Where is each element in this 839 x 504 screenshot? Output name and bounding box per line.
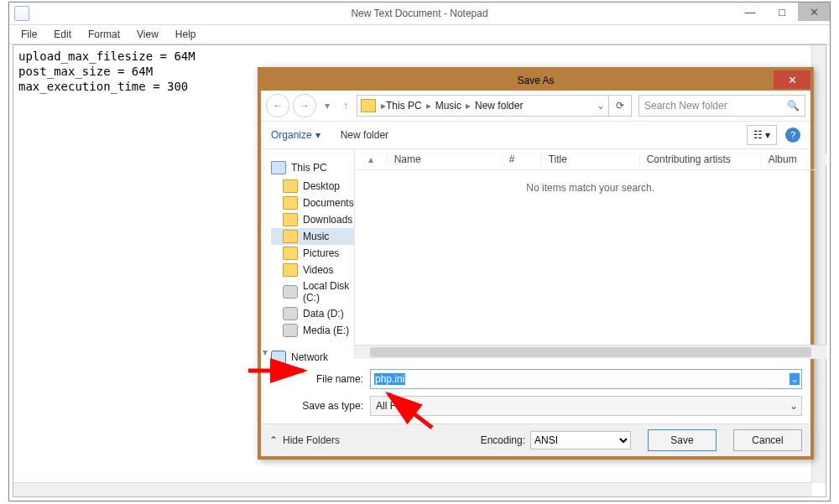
encoding-label: Encoding: <box>481 434 525 446</box>
notepad-menu: File Edit Format View Help <box>9 24 830 44</box>
nav-tree[interactable]: This PC DesktopDocumentsDownloadsMusicPi… <box>261 149 355 359</box>
tree-item-documents[interactable]: Documents <box>271 195 354 211</box>
menu-help[interactable]: Help <box>169 27 203 42</box>
menu-view[interactable]: View <box>130 27 165 42</box>
horizontal-scrollbar[interactable] <box>13 482 812 496</box>
chevron-down-icon: ▾ <box>315 129 320 141</box>
search-placeholder: Search New folder <box>644 100 727 112</box>
back-button[interactable]: ← <box>266 94 289 117</box>
tree-item-data-d-[interactable]: Data (D:) <box>271 305 354 322</box>
file-list[interactable]: ▴ Name # Title Contributing artists Albu… <box>355 149 826 359</box>
up-button[interactable]: ↑ <box>338 95 353 117</box>
folder-icon <box>283 263 298 277</box>
crumb-newfolder[interactable]: New folder <box>475 100 523 112</box>
sort-indicator[interactable]: ▴ <box>355 153 388 165</box>
search-icon: 🔍 <box>787 100 800 112</box>
savetype-value: All Files <box>376 400 411 412</box>
tree-thispc[interactable]: This PC <box>291 162 327 174</box>
save-as-dialog: Save As ✕ ← → ▾ ↑ ▸ This PC▸ Music▸ New … <box>258 67 814 460</box>
tree-item-label: Music <box>303 231 329 242</box>
tree-item-label: Pictures <box>303 247 339 259</box>
folder-icon <box>283 179 298 193</box>
dialog-footer: ⌃ Hide Folders Encoding: ANSI Save Cance… <box>261 423 810 456</box>
folder-icon <box>283 196 298 210</box>
savetype-dropdown-icon[interactable]: ⌄ <box>789 400 798 412</box>
explorer-main: This PC DesktopDocumentsDownloadsMusicPi… <box>261 149 810 359</box>
crumb-music[interactable]: Music <box>435 100 461 112</box>
view-options-button[interactable]: ☷ ▾ <box>747 125 777 145</box>
disk-icon <box>283 285 298 299</box>
savetype-combo[interactable]: All Files ⌄ <box>370 396 802 416</box>
folder-icon <box>283 247 298 260</box>
recent-locations-button[interactable]: ▾ <box>320 95 335 117</box>
filename-label: File name: <box>300 373 363 385</box>
empty-message: No items match your search. <box>355 182 826 194</box>
col-title[interactable]: Title <box>542 153 640 165</box>
folder-icon <box>283 230 298 243</box>
cancel-button[interactable]: Cancel <box>733 429 802 451</box>
disk-icon <box>283 307 298 320</box>
disk-icon <box>283 324 298 337</box>
minimize-button[interactable]: — <box>734 3 766 21</box>
hide-folders-button[interactable]: ⌃ Hide Folders <box>269 434 340 446</box>
maximize-button[interactable]: □ <box>766 3 798 21</box>
filename-value: php.ini <box>374 373 405 385</box>
savetype-label: Save as type: <box>300 400 363 412</box>
dialog-title: Save As <box>261 75 810 86</box>
menu-file[interactable]: File <box>14 27 44 42</box>
menu-edit[interactable]: Edit <box>47 27 78 42</box>
address-bar[interactable]: ▸ This PC▸ Music▸ New folder ⌄ <box>357 95 609 117</box>
filename-input[interactable]: php.ini ⌄ <box>370 369 802 389</box>
tree-item-pictures[interactable]: Pictures <box>271 245 354 262</box>
col-album[interactable]: Album <box>762 153 826 165</box>
col-name[interactable]: Name <box>388 153 503 165</box>
save-fields: File name: php.ini ⌄ Save as type: All F… <box>261 362 810 424</box>
organize-button[interactable]: Organize▾ <box>271 129 320 141</box>
dialog-close-button[interactable]: ✕ <box>774 70 810 89</box>
help-button[interactable]: ? <box>785 127 800 143</box>
dialog-titlebar[interactable]: Save As ✕ <box>261 70 810 91</box>
col-num[interactable]: # <box>503 153 542 165</box>
tree-item-label: Media (E:) <box>303 325 349 336</box>
chevron-up-icon: ⌃ <box>269 434 278 446</box>
toolbar: Organize▾ New folder ☷ ▾ ? <box>261 122 810 149</box>
tree-item-videos[interactable]: Videos <box>271 262 354 278</box>
encoding-select[interactable]: ANSI <box>530 431 631 449</box>
tree-item-downloads[interactable]: Downloads <box>271 211 354 228</box>
search-box[interactable]: Search New folder 🔍 <box>638 95 805 117</box>
folder-icon <box>283 213 298 226</box>
column-headers[interactable]: ▴ Name # Title Contributing artists Albu… <box>355 149 826 170</box>
notepad-titlebar[interactable]: New Text Document - Notepad — □ ✕ <box>9 3 830 24</box>
folder-icon <box>361 99 376 112</box>
tree-item-music[interactable]: Music <box>271 228 354 245</box>
filename-dropdown-icon[interactable]: ⌄ <box>789 373 800 385</box>
tree-item-label: Data (D:) <box>303 308 344 320</box>
tree-item-label: Local Disk (C:) <box>303 280 354 304</box>
notepad-title: New Text Document - Notepad <box>9 8 830 19</box>
menu-format[interactable]: Format <box>81 27 127 42</box>
close-button[interactable]: ✕ <box>798 3 830 21</box>
col-artists[interactable]: Contributing artists <box>640 153 762 165</box>
tree-item-label: Videos <box>303 264 333 276</box>
tree-item-label: Downloads <box>303 214 352 226</box>
crumb-thispc[interactable]: This PC <box>386 100 422 112</box>
tree-item-desktop[interactable]: Desktop <box>271 178 354 195</box>
tree-item-label: Desktop <box>303 180 340 192</box>
list-scrollbar[interactable] <box>355 345 826 359</box>
pc-icon <box>271 161 286 174</box>
forward-button[interactable]: → <box>293 94 316 117</box>
tree-item-label: Documents <box>303 197 354 209</box>
refresh-button[interactable]: ⟳ <box>609 95 632 117</box>
nav-bar: ← → ▾ ↑ ▸ This PC▸ Music▸ New folder ⌄ ⟳… <box>261 91 810 122</box>
tree-item-media-e-[interactable]: Media (E:) <box>271 322 354 339</box>
new-folder-button[interactable]: New folder <box>341 129 388 141</box>
save-button[interactable]: Save <box>648 429 717 451</box>
tree-item-local-disk-c-[interactable]: Local Disk (C:) <box>271 278 354 305</box>
